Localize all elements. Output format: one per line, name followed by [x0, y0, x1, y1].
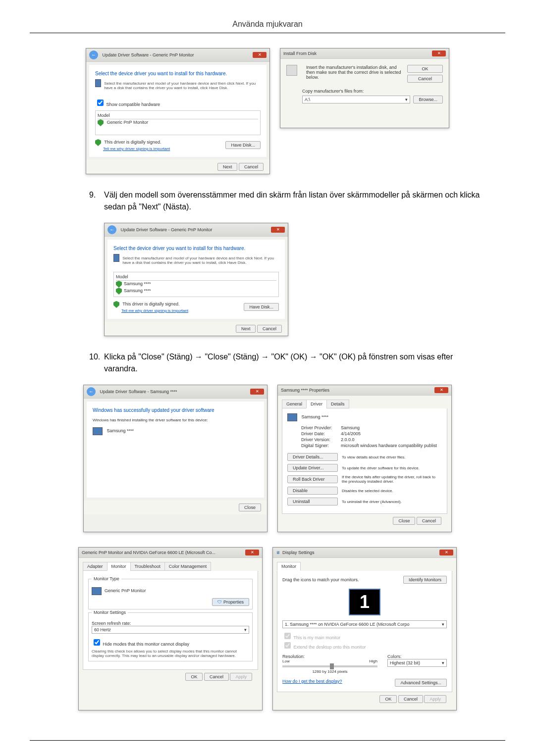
signing-link[interactable]: Tell me why driver signing is important [103, 147, 170, 151]
ok-button[interactable]: OK [185, 673, 203, 681]
tab-general[interactable]: General [282, 400, 307, 408]
chevron-down-icon: ▾ [442, 660, 444, 665]
model-item[interactable]: Generic PnP Monitor [98, 119, 258, 126]
back-icon[interactable]: ← [89, 50, 98, 59]
have-disk-button[interactable]: Have Disk... [225, 141, 261, 149]
instruction-text: Select the manufacturer and model of you… [122, 256, 279, 265]
hide-modes-label: Hide modes that this monitor cannot disp… [103, 642, 190, 647]
monitor-preview[interactable]: 1 [349, 589, 380, 615]
hide-modes-checkbox[interactable] [94, 639, 100, 646]
monitor-icon [113, 254, 119, 262]
close-icon[interactable]: ✕ [271, 227, 285, 233]
success-heading: Windows has successfully updated your dr… [93, 407, 258, 413]
apply-button[interactable]: Apply [230, 673, 252, 681]
shield-icon [116, 281, 122, 288]
tab-details[interactable]: Details [326, 400, 349, 408]
model-item[interactable]: Samsung **** [116, 288, 276, 295]
signer-value: microsoft windows hardware compatibility… [341, 443, 437, 448]
close-icon[interactable]: ✕ [434, 387, 448, 393]
model-header: Model [116, 274, 276, 281]
close-button[interactable]: Close [393, 517, 415, 525]
close-icon[interactable]: ✕ [439, 550, 453, 555]
signing-link[interactable]: Tell me why driver signing is important [121, 308, 188, 313]
step-text: Klicka på "Close" (Stäng) → "Close" (Stä… [104, 351, 505, 375]
install-instruction: Insert the manufacturer's installation d… [306, 65, 402, 83]
footer-divider [30, 740, 505, 741]
rollback-button[interactable]: Roll Back Driver [287, 475, 338, 483]
tab-adapter[interactable]: Adapter [83, 562, 107, 571]
uninstall-button[interactable]: Uninstall [287, 498, 338, 505]
show-compatible-checkbox[interactable] [97, 100, 104, 106]
chevron-down-icon[interactable]: ▾ [405, 97, 408, 102]
cancel-button[interactable]: Cancel [407, 75, 443, 83]
back-icon[interactable]: ← [107, 225, 116, 234]
monitor-settings-label: Monitor Settings [92, 610, 128, 615]
next-button[interactable]: Next [236, 325, 256, 333]
show-compatible-label: Show compatible hardware [107, 102, 160, 107]
advanced-button[interactable]: Advanced Settings... [395, 679, 447, 687]
resolution-value: 1280 by 1024 pixels [282, 669, 377, 674]
dialog-title: Generic PnP Monitor and NVIDIA GeForce 6… [82, 550, 215, 555]
monitor-icon [93, 427, 103, 435]
tab-driver[interactable]: Driver [306, 400, 327, 408]
driver-details-button[interactable]: Driver Details... [287, 453, 338, 461]
back-icon[interactable]: ← [87, 387, 96, 396]
dialog-title: Samsung **** Properties [281, 388, 329, 393]
apply-button[interactable]: Apply [424, 695, 446, 703]
dialog-heading: Select the device driver you want to ins… [113, 246, 279, 251]
have-disk-button[interactable]: Have Disk... [244, 303, 279, 311]
signed-text: This driver is digitally signed. [122, 302, 179, 306]
tab-monitor[interactable]: Monitor [277, 562, 301, 571]
cancel-button[interactable]: Cancel [204, 673, 229, 681]
help-link[interactable]: How do I get the best display? [282, 679, 342, 687]
properties-button[interactable]: 🛡 Properties [212, 598, 249, 606]
browse-button[interactable]: Browse... [413, 96, 443, 103]
next-button[interactable]: Next [217, 163, 238, 171]
colors-select[interactable]: Highest (32 bit) ▾ [387, 659, 447, 667]
header-divider [30, 33, 505, 33]
date-label: Driver Date: [301, 431, 341, 436]
dialog-breadcrumb: Update Driver Software - Samsung **** [100, 389, 177, 394]
update-driver-button[interactable]: Update Driver... [287, 464, 338, 472]
update-driver-dialog-1: ← Update Driver Software - Generic PnP M… [86, 48, 270, 174]
main-monitor-label: This is my main monitor [293, 635, 340, 640]
monitor-icon [95, 79, 101, 87]
chevron-down-icon: ▾ [244, 627, 247, 632]
install-from-disk-dialog: Install From Disk ✕ Insert the manufactu… [280, 48, 449, 128]
refresh-rate-select[interactable]: 60 Hertz ▾ [92, 626, 249, 634]
drive-input[interactable]: A:\ ▾ [302, 96, 410, 103]
close-icon[interactable]: ✕ [253, 52, 267, 58]
chevron-down-icon: ▾ [442, 622, 444, 627]
disk-icon [286, 65, 297, 76]
date-value: 4/14/2005 [341, 431, 361, 436]
close-icon[interactable]: ✕ [432, 50, 446, 56]
dialog-title: Install From Disk [283, 51, 317, 56]
cancel-button[interactable]: Cancel [417, 517, 441, 525]
close-icon[interactable]: ✕ [250, 389, 264, 395]
instruction-text: Select the manufacturer and model of you… [104, 81, 261, 90]
ok-button[interactable]: OK [379, 695, 397, 703]
display-settings-dialog: 🖥Display Settings ✕ Monitor Drag the ico… [272, 547, 457, 710]
resolution-slider[interactable] [282, 665, 377, 667]
cancel-button[interactable]: Cancel [398, 695, 423, 703]
disable-button[interactable]: Disable [287, 487, 338, 495]
high-label: High [370, 659, 377, 663]
monitor-select[interactable]: 1. Samsung **** on NVIDIA GeForce 6600 L… [282, 620, 447, 628]
colors-label: Colors: [387, 654, 447, 659]
dialog-title: Display Settings [282, 550, 315, 555]
tab-troubleshoot[interactable]: Troubleshoot [130, 562, 165, 571]
model-item[interactable]: Samsung **** [116, 281, 276, 288]
provider-value: Samsung [341, 425, 360, 430]
cancel-button[interactable]: Cancel [257, 325, 282, 333]
close-icon[interactable]: ✕ [245, 550, 259, 555]
close-button[interactable]: Close [239, 504, 261, 511]
identify-button[interactable]: Identify Monitors [403, 576, 447, 584]
update-driver-desc: To update the driver software for this d… [342, 466, 420, 470]
dialog-breadcrumb: Update Driver Software - Generic PnP Mon… [103, 52, 194, 57]
device-name: Samsung **** [107, 428, 134, 433]
disable-desc: Disables the selected device. [342, 489, 393, 493]
tab-monitor[interactable]: Monitor [107, 562, 131, 571]
tab-color[interactable]: Color Management [164, 562, 212, 571]
cancel-button[interactable]: Cancel [239, 163, 264, 171]
ok-button[interactable]: OK [407, 65, 443, 73]
